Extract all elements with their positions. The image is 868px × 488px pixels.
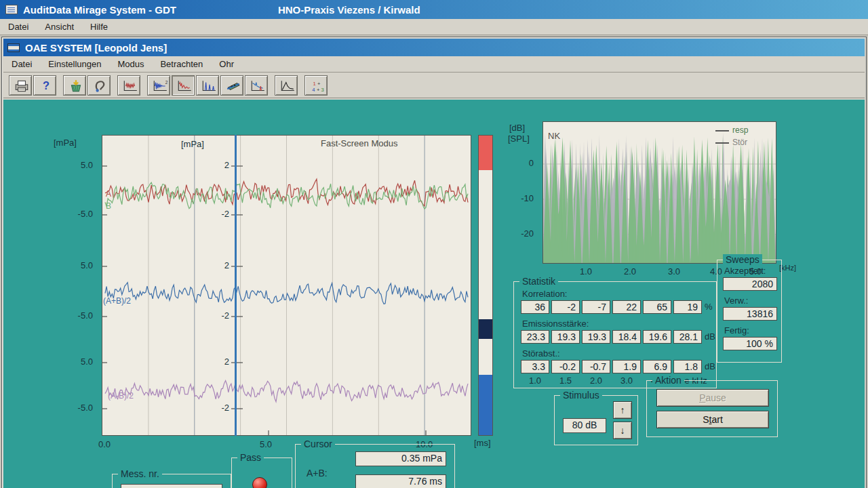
x-tick-label: 0.0 xyxy=(98,439,111,449)
mess-nr-group: Mess. nr. xyxy=(112,474,231,488)
emissionsstaerke-label: Emissionsstärke: xyxy=(522,319,589,329)
axis-tick-label: 5.0 xyxy=(66,357,93,367)
stat-value: -0.2 xyxy=(551,360,580,373)
stat-value: 22 xyxy=(612,300,641,314)
spectrum-y-tick: -20 xyxy=(513,228,534,239)
spectrum-corner-label: NK xyxy=(548,131,560,141)
oae-menu-modus[interactable]: Modus xyxy=(109,57,152,71)
stimulus-level-field[interactable]: 80 dB xyxy=(563,418,606,433)
stat-unit: dB xyxy=(705,361,715,371)
app-menubar: Datei Ansicht Hilfe xyxy=(0,19,868,35)
cursor-time-value: 7.76 ms xyxy=(355,474,446,488)
waveform-plot xyxy=(102,135,471,436)
axis-tick-label: -5.0 xyxy=(66,209,93,219)
akzeptiert-label: Akzeptiert: xyxy=(724,266,766,276)
peak-button[interactable] xyxy=(275,75,298,96)
stat-value: 18.4 xyxy=(612,330,641,344)
spectrum-button[interactable] xyxy=(196,75,219,96)
stimulus-legend: Stimulus xyxy=(560,390,602,401)
svg-text:+: + xyxy=(317,81,321,87)
menu-datei[interactable]: Datei xyxy=(0,20,37,34)
oae-icon xyxy=(7,43,20,52)
spectrum-x-tick: 3.0 xyxy=(668,266,680,277)
oae-menu-ohr[interactable]: Ohr xyxy=(211,57,242,71)
oae-menu-einstellungen[interactable]: Einstellungen xyxy=(40,57,109,71)
app-window: AuditData Mirage System - GDT HNO-Praxis… xyxy=(0,0,868,488)
start-button[interactable]: Start xyxy=(656,411,769,428)
spectrum-x-tick: 1.0 xyxy=(580,266,592,277)
app-title: AuditData Mirage System - GDT xyxy=(23,4,176,16)
noise-spectrum-button[interactable] xyxy=(245,75,268,96)
aktion-group: Aktion Pause Start xyxy=(646,380,778,437)
vu-segment-blue xyxy=(479,375,492,436)
averaged-waveform-button[interactable]: 2 xyxy=(147,75,170,96)
trace-a-label: A xyxy=(106,189,111,199)
discard-basket-button[interactable] xyxy=(63,75,86,96)
pause-button[interactable]: Pause xyxy=(656,389,769,407)
stat-value: -2 xyxy=(551,300,580,314)
stat-value: 28.1 xyxy=(673,330,702,344)
inner-tick-label: -2 xyxy=(212,209,229,219)
app-titlebar[interactable]: AuditData Mirage System - GDT HNO-Praxis… xyxy=(0,0,868,19)
stat-col: 3.0 xyxy=(612,375,641,386)
oae-menubar: Datei Einstellungen Modus Betrachten Ohr xyxy=(3,56,865,73)
stat-col: 1.5 xyxy=(551,375,580,386)
single-waveform-button[interactable] xyxy=(172,75,195,96)
stat-value: 36 xyxy=(521,300,549,314)
legend-resp-marker xyxy=(715,130,729,131)
oae-client-area: [mPa] 5.0 -5.0 5.0 -5.0 5.0 -5.0 [mPa] 2… xyxy=(3,100,865,488)
quad-view-button[interactable]: 1+4+3 xyxy=(304,75,328,96)
help-button[interactable]: ? xyxy=(33,75,56,96)
pass-indicator-led xyxy=(252,477,267,488)
pass-legend: Pass xyxy=(237,452,264,463)
spectrum-unit-spl: [SPL] xyxy=(508,134,530,144)
mess-nr-field[interactable] xyxy=(121,484,222,488)
cursor-legend: Cursor xyxy=(301,439,335,449)
time-cursor[interactable] xyxy=(235,135,237,436)
stat-value: -7 xyxy=(582,300,610,314)
overview-waveform-button[interactable] xyxy=(117,75,140,96)
pass-group: Pass xyxy=(231,458,292,488)
stat-unit: % xyxy=(705,302,713,312)
stimulus-up-button[interactable]: ↑ xyxy=(613,401,632,419)
stimulus-group: Stimulus 80 dB ↑ ↓ xyxy=(554,395,638,445)
inner-tick-label: 2 xyxy=(212,160,229,170)
cursor-group: Cursor A+B: 0.35 mPa 7.76 ms ← → xyxy=(295,444,455,488)
cursor-amplitude-value: 0.35 mPa xyxy=(355,451,446,466)
print-button[interactable] xyxy=(9,75,32,96)
mode-label: Fast-Screen Modus xyxy=(321,138,397,148)
menu-ansicht[interactable]: Ansicht xyxy=(37,20,82,34)
oae-menu-datei[interactable]: Datei xyxy=(3,57,40,71)
oae-titlebar[interactable]: OAE SYSTEM [Leopold Jens] xyxy=(3,39,865,56)
inner-tick-label: -2 xyxy=(212,403,229,413)
stat-value: 19.6 xyxy=(643,330,671,344)
x-unit-label: [ms] xyxy=(474,438,491,448)
stat-value: 23.3 xyxy=(521,330,549,344)
spectrum-y-tick: -10 xyxy=(513,193,534,203)
stimulus-down-button[interactable]: ↓ xyxy=(613,422,632,439)
sweeps-legend: Sweeps xyxy=(723,254,762,265)
axis-tick-label: 5.0 xyxy=(66,260,93,270)
spectrogram-button[interactable] xyxy=(220,75,243,96)
stat-value: 3.3 xyxy=(521,360,549,373)
mess-nr-legend: Mess. nr. xyxy=(118,468,162,479)
spectrum-y-tick: 0 xyxy=(513,158,534,168)
aktion-legend: Aktion xyxy=(652,375,684,386)
menu-hilfe[interactable]: Hilfe xyxy=(82,20,116,34)
oae-menu-betrachten[interactable]: Betrachten xyxy=(152,57,211,71)
ear-button[interactable] xyxy=(87,75,111,96)
stat-value: 19.3 xyxy=(582,330,610,344)
stat-col: 1.0 xyxy=(521,375,549,386)
x-tick-label: 5.0 xyxy=(260,439,272,449)
verwendet-label: Verw.: xyxy=(724,296,748,306)
waveform-outer-unit: [mPa] xyxy=(54,138,77,148)
legend-stoer: Stör xyxy=(715,138,747,147)
spectrum-unit-db: [dB] xyxy=(509,123,525,133)
inner-tick-label: 2 xyxy=(212,260,229,270)
stat-value: 19.3 xyxy=(551,330,580,344)
legend-resp: resp xyxy=(715,125,748,135)
stat-value: 1.9 xyxy=(612,360,641,373)
ab-label: A+B: xyxy=(307,468,328,479)
stat-value: 19 xyxy=(673,300,702,314)
app-subtitle: HNO-Praxis Viezens / Kirwald xyxy=(278,4,420,16)
